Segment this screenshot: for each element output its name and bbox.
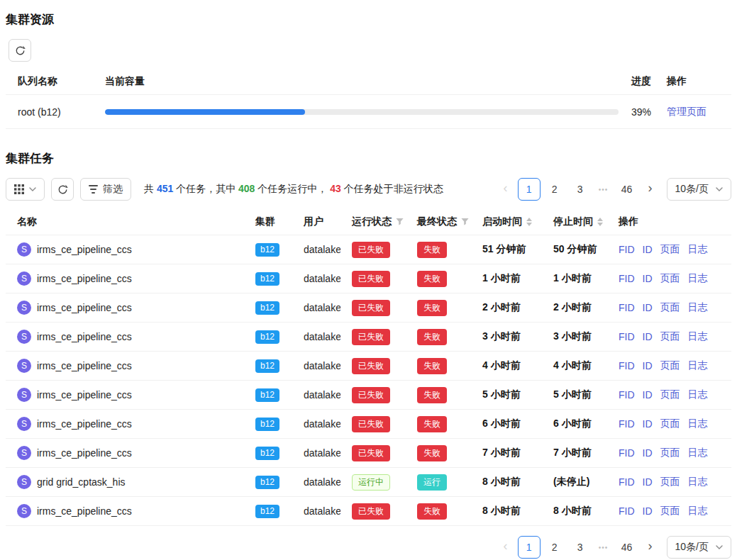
tasks-summary: 共 451 个任务，其中 408 个任务运行中， 43 个任务处于非运行状态 (144, 183, 443, 196)
action-log-link[interactable]: 日志 (688, 330, 708, 343)
sorter-icon[interactable] (526, 218, 532, 226)
action-fid-link[interactable]: FID (619, 505, 635, 517)
action-page-link[interactable]: 页面 (660, 418, 680, 430)
pagination-page-1[interactable]: 1 (518, 178, 541, 201)
task-user: datalake (292, 302, 340, 313)
column-header-start-time[interactable]: 启动时间 (471, 215, 542, 228)
action-page-link[interactable]: 页面 (660, 505, 680, 517)
column-header-queue: 队列名称 (6, 75, 105, 88)
action-id-link[interactable]: ID (643, 505, 653, 517)
action-fid-link[interactable]: FID (619, 389, 635, 401)
queue-name: root (b12) (6, 106, 105, 118)
action-log-link[interactable]: 日志 (688, 447, 708, 459)
pagination-prev[interactable]: ‹ (497, 178, 515, 201)
pagination-page-46[interactable]: 46 (616, 536, 638, 559)
refresh-icon (57, 184, 68, 195)
column-header-run-status[interactable]: 运行状态 (340, 215, 406, 228)
action-page-link[interactable]: 页面 (660, 476, 680, 488)
table-row: S irms_ce_pipeline_ccs b12 datalake 已失败 … (6, 293, 731, 323)
action-fid-link[interactable]: FID (619, 447, 635, 459)
action-fid-link[interactable]: FID (619, 302, 635, 313)
tasks-table: 名称 集群 用户 运行状态 最终状态 启动时间 停止时间 操作 S (6, 209, 731, 526)
tasks-refresh-button[interactable] (51, 178, 74, 201)
grid-icon (14, 184, 24, 194)
action-id-link[interactable]: ID (643, 331, 653, 342)
action-log-link[interactable]: 日志 (688, 388, 708, 401)
action-fid-link[interactable]: FID (619, 244, 635, 255)
pagination-page-3[interactable]: 3 (569, 178, 592, 201)
actions-cell: FIDID页面日志 (607, 418, 731, 430)
action-page-link[interactable]: 页面 (660, 359, 680, 372)
task-avatar: S (17, 242, 31, 257)
column-header-stop-time[interactable]: 停止时间 (542, 215, 607, 228)
action-id-link[interactable]: ID (643, 302, 653, 313)
action-page-link[interactable]: 页面 (660, 388, 680, 401)
pagination-page-1[interactable]: 1 (518, 536, 541, 559)
task-user: datalake (292, 273, 340, 284)
action-id-link[interactable]: ID (643, 418, 653, 430)
pagination-ellipsis[interactable]: ••• (594, 544, 613, 551)
start-time-cell: 3 小时前 (471, 330, 542, 343)
pagination-next[interactable]: › (641, 178, 660, 201)
action-page-link[interactable]: 页面 (660, 272, 680, 285)
column-header-label: 运行状态 (352, 215, 392, 228)
run-status-tag: 已失败 (352, 445, 390, 461)
action-log-link[interactable]: 日志 (688, 476, 708, 488)
bottom-pagination-bar: ‹123•••46› 10条/页 (6, 536, 731, 560)
action-fid-link[interactable]: FID (619, 476, 635, 488)
page-size-value: 10条/页 (675, 541, 709, 554)
action-log-link[interactable]: 日志 (688, 359, 708, 372)
action-page-link[interactable]: 页面 (660, 301, 680, 314)
filter-icon[interactable] (396, 218, 404, 226)
table-row: S grid grid_cptask_his b12 datalake 运行中 … (6, 468, 731, 497)
start-time-cell: 1 小时前 (471, 272, 542, 285)
task-user: datalake (292, 476, 340, 488)
task-user: datalake (292, 331, 340, 342)
cluster-badge: b12 (255, 447, 279, 460)
table-row: S irms_ce_pipeline_ccs b12 datalake 已失败 … (6, 497, 731, 526)
action-page-link[interactable]: 页面 (660, 447, 680, 459)
filter-button-label: 筛选 (103, 183, 123, 196)
pagination-next[interactable]: › (641, 536, 660, 559)
action-id-link[interactable]: ID (643, 360, 653, 371)
pagination-page-2[interactable]: 2 (543, 536, 566, 559)
action-page-link[interactable]: 页面 (660, 243, 680, 256)
action-id-link[interactable]: ID (643, 273, 653, 284)
action-id-link[interactable]: ID (643, 244, 653, 255)
action-fid-link[interactable]: FID (619, 273, 635, 284)
page-size-select[interactable]: 10条/页 (667, 178, 731, 201)
sorter-icon[interactable] (597, 218, 603, 226)
manage-page-link[interactable]: 管理页面 (667, 106, 706, 117)
filter-button[interactable]: 筛选 (80, 178, 131, 201)
summary-text: 共 (144, 183, 157, 194)
pagination-ellipsis[interactable]: ••• (594, 186, 613, 194)
pagination-prev[interactable]: ‹ (497, 536, 515, 559)
actions-cell: FIDID页面日志 (607, 476, 731, 488)
pagination-page-2[interactable]: 2 (543, 178, 566, 201)
action-log-link[interactable]: 日志 (688, 505, 708, 517)
action-log-link[interactable]: 日志 (688, 243, 708, 256)
task-user: datalake (292, 505, 340, 517)
column-header-final-status[interactable]: 最终状态 (406, 215, 471, 228)
column-header-capacity: 当前容量 (105, 75, 621, 88)
resources-refresh-button[interactable] (9, 39, 31, 62)
pagination-page-46[interactable]: 46 (616, 178, 638, 201)
action-id-link[interactable]: ID (643, 447, 653, 459)
action-fid-link[interactable]: FID (619, 331, 635, 342)
action-id-link[interactable]: ID (643, 476, 653, 488)
action-page-link[interactable]: 页面 (660, 330, 680, 343)
page-size-select[interactable]: 10条/页 (667, 536, 731, 559)
action-id-link[interactable]: ID (643, 389, 653, 401)
cluster-badge: b12 (255, 272, 279, 286)
column-settings-button[interactable] (6, 178, 45, 201)
action-log-link[interactable]: 日志 (688, 272, 708, 285)
final-status-tag: 失败 (417, 445, 447, 461)
action-log-link[interactable]: 日志 (688, 418, 708, 430)
action-fid-link[interactable]: FID (619, 418, 635, 430)
action-fid-link[interactable]: FID (619, 360, 635, 371)
pagination-page-3[interactable]: 3 (569, 536, 592, 559)
filter-icon[interactable] (461, 218, 469, 226)
column-header-action: 操作 (660, 75, 731, 88)
task-name: irms_ce_pipeline_ccs (37, 331, 132, 342)
action-log-link[interactable]: 日志 (688, 301, 708, 314)
